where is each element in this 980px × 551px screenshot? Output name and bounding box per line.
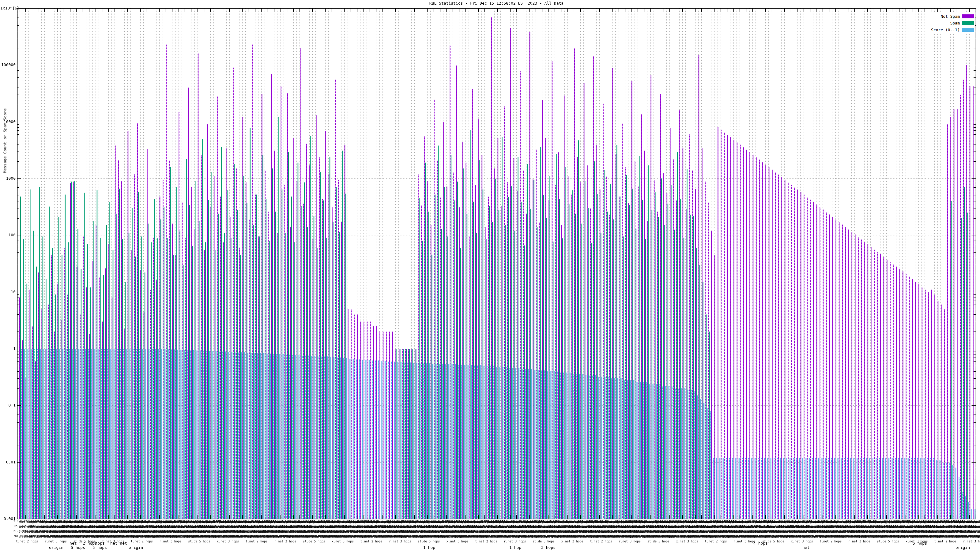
legend-swatch-spam [962,21,974,25]
legend-label-spam: Spam [950,21,960,25]
y-tick-label: 100 [0,233,16,237]
legend-label-score: Score (0..1) [931,27,960,32]
legend: Not Spam Spam Score (0..1) [931,12,975,34]
legend-row-spam: Spam [931,20,974,26]
y-tick-label: 1x10^{6} [0,6,16,10]
y-tick-label: 10 [0,290,16,294]
y-tick-label: 100000 [0,62,16,67]
y-tick-label: 0.01 [0,460,16,464]
rbl-statistics-chart: RBL Statistics - Fri Dec 15 12:58:02 EST… [0,0,980,551]
legend-swatch-score [962,28,974,32]
y-tick-label: 1000 [0,176,16,181]
y-tick-label: 0.1 [0,403,16,407]
chart-canvas [0,0,980,551]
y-tick-label: 1 [0,346,16,351]
legend-row-not-spam: Not Spam [931,13,974,20]
legend-row-score: Score (0..1) [931,26,974,33]
legend-label-not-spam: Not Spam [940,14,960,19]
y-tick-label: 10000 [0,119,16,124]
y-tick-label: 0.001 [0,516,16,521]
y-axis-label: Message Count or Spam Score [3,104,7,178]
legend-swatch-not-spam [962,14,974,18]
chart-title: RBL Statistics - Fri Dec 15 12:58:02 EST… [17,1,976,5]
